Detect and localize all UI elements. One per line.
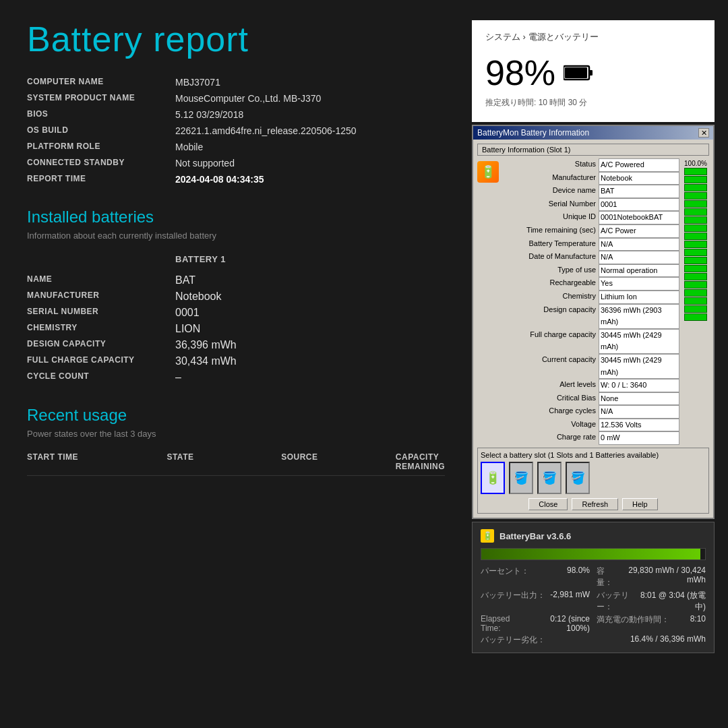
bios-value: 5.12 03/29/2018: [175, 109, 243, 120]
bb-battery-label: バッテリー：: [597, 590, 639, 613]
battery-cycle-row: CYCLE COUNT –: [27, 369, 445, 386]
bar-13: [684, 265, 707, 272]
bm-temp-label: Battery Temperature: [504, 238, 599, 251]
bb-capacity-value: 29,830 mWh / 30,424 mWh: [618, 566, 706, 588]
bb-output-value: -2,981 mW: [550, 590, 590, 613]
bm-serial-label: Serial Number: [504, 198, 599, 212]
battery-manufacturer-label: MANUFACTURER: [27, 291, 175, 303]
bb-capacity-row: 容量： 29,830 mWh / 30,424 mWh: [597, 566, 706, 588]
bm-critical-label: Critical Bias: [504, 392, 599, 406]
system-power-panel: システム › 電源とバッテリー 98% 推定残り時間: 10 時間 30 分: [472, 20, 715, 122]
battery-full-charge-row: FULL CHARGE CAPACITY 30,434 mWh: [27, 353, 445, 369]
batterymon-slot-title: Select a battery slot (1 Slots and 1 Bat…: [481, 451, 706, 459]
os-build-value: 22621.1.amd64fre.ni_release.220506-1250: [175, 125, 357, 136]
page-title: Battery report: [27, 19, 249, 59]
svg-rect-1: [589, 70, 593, 75]
battery-slot-1[interactable]: 🔋: [481, 462, 505, 494]
col-capacity: CAPACITY REMAINING: [396, 452, 445, 471]
bb-output-label: バッテリー出力：: [481, 590, 545, 613]
bar-16: [684, 289, 707, 297]
bm-alert-value: W: 0 / L: 3640: [599, 379, 679, 392]
battery-design-cap-row: DESIGN CAPACITY 36,396 mWh: [27, 337, 445, 353]
installed-batteries-title: Installed batteries: [27, 208, 445, 226]
battery-slot-4[interactable]: 🪣: [566, 462, 590, 494]
bm-charge-cycles-label: Charge cycles: [504, 405, 599, 419]
bm-serial-value: 0001: [599, 198, 679, 212]
batterybar-title: 🔋 BatteryBar v3.6.6: [481, 529, 706, 543]
bm-time-remaining-value: A/C Power: [599, 224, 679, 238]
bar-11: [684, 249, 707, 256]
bm-charge-cycles-value: N/A: [599, 405, 679, 419]
bm-manufacturer-label: Manufacturer: [504, 172, 599, 185]
platform-role-row: PLATFORM ROLE Mobile: [27, 139, 445, 155]
battery-name-label: NAME: [27, 274, 175, 286]
bb-battery-value: 8:01 @ 3:04 (放電中): [639, 590, 706, 613]
col-source: SOURCE: [281, 452, 396, 471]
bar-18: [684, 305, 707, 313]
bar-9: [684, 233, 707, 240]
battery-name-value: BAT: [175, 274, 195, 286]
battery-full-charge-label: FULL CHARGE CAPACITY: [27, 355, 175, 367]
system-breadcrumb: システム › 電源とバッテリー: [485, 31, 701, 43]
bm-time-remaining-label: Time remaining (sec): [504, 224, 599, 238]
bm-full-charge-value: 30445 mWh (2429 mAh): [599, 329, 679, 354]
bm-rechargeable-value: Yes: [599, 277, 679, 291]
connected-standby-value: Not supported: [175, 158, 235, 169]
platform-role-value: Mobile: [175, 142, 203, 152]
batterymon-slot-section: Select a battery slot (1 Slots and 1 Bat…: [477, 448, 709, 514]
battery-slot-3[interactable]: 🪣: [537, 462, 562, 494]
bar-15: [684, 281, 707, 289]
bm-charge-rate-label: Charge rate: [504, 431, 599, 445]
bb-degradation-row: バッテリー劣化： 16.4% / 36,396 mWh: [481, 634, 706, 646]
battery-manufacturer-value: Notebook: [175, 291, 222, 303]
computer-name-label: COMPUTER NAME: [27, 77, 175, 88]
help-button[interactable]: Help: [622, 498, 658, 510]
bm-status-value: A/C Powered: [599, 158, 679, 172]
bar-7: [684, 216, 707, 224]
bb-full-charge-value: 8:10: [690, 614, 706, 633]
system-percent-display: 98%: [485, 53, 701, 93]
bar-19: [684, 313, 707, 321]
battery-serial-label: SERIAL NUMBER: [27, 307, 175, 319]
battery-cycle-value: –: [175, 371, 181, 384]
bm-manufacture-date-value: N/A: [599, 251, 679, 264]
bm-type-value: Normal operation: [599, 264, 679, 278]
close-button[interactable]: Close: [528, 498, 568, 510]
bb-elapsed-value: 0:12 (since 100%): [528, 614, 590, 633]
system-product-value: MouseComputer Co.,Ltd. MB-J370: [175, 93, 321, 104]
bm-alert-label: Alert levels: [504, 379, 599, 392]
batterymon-slots: 🔋 🪣 🪣 🪣: [481, 462, 706, 494]
batterymon-content: Battery Information (Slot 1) 🔋 Status A/…: [473, 140, 713, 518]
batterymon-data: Status A/C Powered Manufacturer Notebook…: [504, 158, 679, 445]
battery-bar-stack: [684, 168, 707, 321]
system-product-row: SYSTEM PRODUCT NAME MouseComputer Co.,Lt…: [27, 90, 445, 107]
bm-temp-value: N/A: [599, 238, 679, 251]
refresh-button[interactable]: Refresh: [572, 498, 618, 510]
bar-5: [684, 200, 707, 208]
bb-degradation-label: バッテリー劣化：: [481, 634, 545, 646]
battery-slot-2[interactable]: 🪣: [509, 462, 533, 494]
bm-unique-value: 0001NotebookBAT: [599, 211, 679, 224]
bar-1: [684, 168, 707, 175]
bar-8: [684, 224, 707, 232]
battery-chemistry-row: CHEMISTRY LION: [27, 321, 445, 337]
bm-voltage-value: 12.536 Volts: [599, 419, 679, 432]
battery-serial-value: 0001: [175, 307, 200, 319]
batterybar-data: パーセント： 98.0% 容量： 29,830 mWh / 30,424 mWh…: [481, 566, 706, 646]
bb-elapsed-label: Elapsed Time:: [481, 614, 528, 633]
close-window-button[interactable]: ✕: [698, 128, 709, 138]
report-time-label: REPORT TIME: [27, 174, 175, 185]
battery-cycle-label: CYCLE COUNT: [27, 371, 175, 384]
bb-full-charge-label: 満充電の動作時間：: [597, 614, 669, 633]
col-start-time: START TIME: [27, 452, 166, 471]
usage-table-header: START TIME STATE SOURCE CAPACITY REMAINI…: [27, 452, 445, 476]
bar-12: [684, 257, 707, 264]
computer-name-value: MBJ37071: [175, 77, 220, 88]
battery-icon: [564, 63, 593, 82]
batterymon-battery-icon: 🔋: [477, 161, 499, 183]
os-build-row: OS BUILD 22621.1.amd64fre.ni_release.220…: [27, 123, 445, 139]
battery-design-cap-label: DESIGN CAPACITY: [27, 339, 175, 351]
battery-manufacturer-row: MANUFACTURER Notebook: [27, 289, 445, 305]
recent-usage-subtitle: Power states over the last 3 days: [27, 429, 445, 439]
bar-2: [684, 176, 707, 183]
